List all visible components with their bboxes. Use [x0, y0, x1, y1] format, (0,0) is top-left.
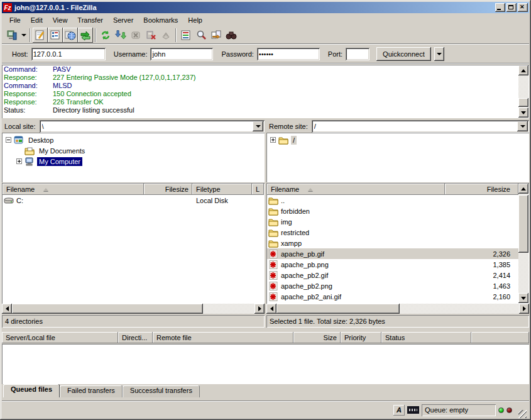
scrollbar-thumb[interactable] — [518, 195, 528, 253]
remote-site-input[interactable] — [312, 120, 517, 133]
column-header-filetype[interactable]: Filetype — [192, 184, 252, 195]
maximize-button[interactable] — [506, 3, 517, 12]
column-header-filesize[interactable]: Filesize — [144, 184, 192, 195]
column-header-size[interactable]: Size — [293, 332, 341, 343]
local-file-row-c-drive[interactable]: C: Local Disk — [3, 195, 264, 206]
menu-view[interactable]: View — [48, 15, 73, 25]
remote-site-dropdown-button[interactable] — [517, 121, 528, 131]
directory-filters-button[interactable] — [178, 28, 194, 43]
remote-row-folder[interactable]: forbidden — [267, 206, 518, 216]
local-tree[interactable]: Desktop My Documents My C — [2, 133, 265, 182]
remote-horizontal-scrollbar[interactable] — [266, 304, 529, 314]
tab-successful-transfers[interactable]: Successful transfers — [123, 385, 200, 397]
menu-help[interactable]: Help — [183, 15, 207, 25]
column-header-direction[interactable]: Directi... — [118, 332, 153, 343]
close-button[interactable]: ✕ — [518, 3, 528, 12]
tree-item-root[interactable]: / — [268, 135, 528, 145]
tree-item-my-documents[interactable]: My Documents — [3, 145, 263, 156]
menu-bookmarks[interactable]: Bookmarks — [138, 15, 183, 25]
remote-row-file[interactable]: apache_pb2.png 1,463 — [267, 280, 518, 291]
log-line: Status:Directory listing successful — [4, 106, 529, 114]
remote-file-list[interactable]: Filename Filesize .. forbidden img — [266, 183, 529, 304]
menu-transfer[interactable]: Transfer — [72, 15, 108, 25]
quickconnect-button[interactable]: Quickconnect — [376, 47, 431, 61]
menu-server[interactable]: Server — [108, 15, 138, 25]
port-input[interactable] — [346, 48, 370, 60]
local-site-combo[interactable] — [40, 120, 265, 133]
refresh-button[interactable] — [98, 28, 113, 43]
local-file-list[interactable]: Filename Filesize Filetype L C: Local Di… — [2, 183, 265, 304]
local-site-dropdown-button[interactable] — [253, 121, 263, 131]
directory-comparison-button[interactable] — [209, 28, 224, 43]
reconnect-button[interactable] — [158, 28, 173, 43]
local-horizontal-scrollbar[interactable] — [2, 304, 265, 314]
tree-item-desktop[interactable]: Desktop — [3, 135, 263, 145]
column-header-priority[interactable]: Priority — [341, 332, 381, 343]
remote-row-file[interactable]: apache_pb.png 1,385 — [267, 259, 518, 270]
process-queue-button[interactable] — [113, 28, 128, 43]
scrollbar-thumb[interactable] — [276, 304, 400, 314]
local-site-input[interactable] — [40, 120, 253, 133]
site-manager-dropdown-button[interactable] — [19, 28, 28, 43]
find-files-button[interactable] — [194, 28, 209, 43]
quickconnect-dropdown-button[interactable] — [434, 47, 444, 61]
cancel-button[interactable] — [128, 28, 143, 43]
column-header-server-local-file[interactable]: Server/Local file — [2, 332, 118, 343]
menu-file[interactable]: File — [4, 15, 26, 25]
remote-tree-icon — [65, 30, 76, 41]
column-header-status[interactable]: Status — [381, 332, 471, 343]
collapse-expander-icon[interactable] — [6, 137, 11, 143]
file-name: apache_pb2.gif — [281, 272, 449, 279]
disconnect-button[interactable] — [143, 28, 158, 43]
toggle-remote-tree-button[interactable] — [63, 28, 78, 43]
remote-row-file[interactable]: apache_pb2_ani.gif 2,160 — [267, 291, 518, 302]
scroll-up-button[interactable] — [518, 65, 528, 75]
local-list-body[interactable]: C: Local Disk — [3, 195, 264, 303]
password-input[interactable] — [257, 48, 320, 60]
scroll-up-button[interactable] — [518, 184, 528, 194]
synchronized-browsing-button[interactable] — [224, 28, 239, 43]
scroll-left-button[interactable] — [266, 304, 276, 314]
remote-row-folder[interactable]: xampp — [267, 238, 518, 248]
username-input[interactable] — [150, 48, 213, 60]
queue-list-body[interactable] — [2, 344, 529, 384]
scrollbar-thumb[interactable] — [518, 98, 528, 107]
site-manager-button[interactable] — [4, 28, 19, 43]
scroll-left-button[interactable] — [2, 304, 12, 314]
menu-edit[interactable]: Edit — [26, 15, 48, 25]
expand-expander-icon[interactable] — [270, 137, 276, 143]
remote-row-file-selected[interactable]: apache_pb.gif 2,326 — [267, 248, 518, 259]
remote-row-folder[interactable]: restricted — [267, 227, 518, 238]
toggle-message-log-button[interactable] — [33, 28, 48, 43]
column-label: Filename — [6, 185, 35, 193]
log-scrollbar[interactable] — [518, 65, 528, 118]
scroll-down-button[interactable] — [518, 293, 528, 303]
remote-row-parent-dir[interactable]: .. — [267, 195, 518, 206]
remote-row-file[interactable]: apache_pb2.gif 2,414 — [267, 270, 518, 280]
column-header-filename[interactable]: Filename — [3, 184, 144, 195]
scroll-right-button[interactable] — [255, 304, 265, 314]
remote-tree[interactable]: / — [266, 133, 529, 182]
toggle-local-tree-button[interactable] — [48, 28, 63, 43]
scroll-right-button[interactable] — [519, 304, 529, 314]
column-header-filename[interactable]: Filename — [267, 184, 445, 195]
resize-grip[interactable] — [518, 410, 527, 418]
titlebar[interactable]: Fz john@127.0.0.1 - FileZilla ✕ — [2, 2, 529, 13]
column-header-last-modified[interactable]: L — [252, 184, 264, 195]
tab-failed-transfers[interactable]: Failed transfers — [60, 385, 123, 397]
minimize-button[interactable] — [495, 3, 505, 12]
scroll-down-button[interactable] — [518, 108, 528, 118]
host-input[interactable] — [31, 48, 106, 60]
message-log[interactable]: Command:PASV Response:227 Entering Passi… — [2, 65, 529, 118]
tree-item-my-computer[interactable]: My Computer — [3, 156, 263, 167]
tab-queued-files[interactable]: Queued files — [3, 384, 60, 397]
scrollbar-thumb[interactable] — [12, 304, 203, 314]
remote-row-folder[interactable]: img — [267, 216, 518, 227]
remote-list-body[interactable]: .. forbidden img restricted — [267, 195, 518, 303]
remote-list-scrollbar[interactable] — [518, 184, 528, 303]
toggle-queue-button[interactable] — [78, 28, 93, 43]
expand-expander-icon[interactable] — [16, 158, 22, 164]
column-header-remote-file[interactable]: Remote file — [153, 332, 293, 343]
remote-site-combo[interactable] — [312, 120, 529, 133]
column-header-filesize[interactable]: Filesize — [445, 184, 518, 195]
